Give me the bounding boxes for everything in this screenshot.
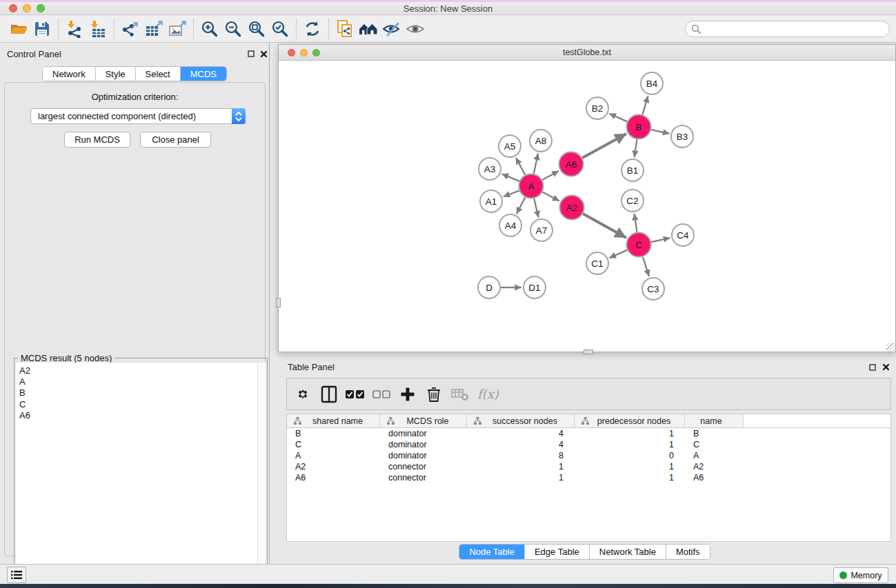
cell-successor-nodes[interactable]: 4 <box>467 439 575 450</box>
cell-successor-nodes[interactable]: 1 <box>467 461 575 472</box>
float-table-panel-icon[interactable] <box>868 363 877 372</box>
delete-table-icon[interactable] <box>450 384 470 405</box>
cell-shared-name[interactable]: C <box>287 439 380 450</box>
minimize-window-button[interactable] <box>23 4 31 12</box>
cell-name[interactable]: B <box>685 428 744 439</box>
graph-node-B4[interactable]: B4 <box>641 72 663 94</box>
graph-edge-A-A5[interactable] <box>516 158 525 175</box>
graph-node-A2[interactable]: A2 <box>560 196 584 220</box>
graph-edge-A-A4[interactable] <box>517 197 526 214</box>
graph-node-A8[interactable]: A8 <box>530 130 552 152</box>
export-image-icon[interactable] <box>166 18 189 40</box>
network-minimize-button[interactable] <box>300 49 308 57</box>
graph-node-A7[interactable]: A7 <box>530 219 552 241</box>
cell-mcds-role[interactable]: dominator <box>380 428 467 439</box>
graph-edge-A6-B[interactable] <box>582 134 626 158</box>
network-canvas[interactable]: AA1A2A3A4A5A6A7A8BB1B2B3B4CC1C2C3C4DD1 <box>279 61 895 352</box>
column-header-mcds-role[interactable]: MCDS role <box>380 414 467 427</box>
graph-node-C2[interactable]: C2 <box>621 190 644 212</box>
graph-edge-B-B3[interactable] <box>651 130 669 134</box>
tab-node-table[interactable]: Node Table <box>459 545 525 559</box>
mcds-result-item[interactable]: A2 <box>16 365 266 376</box>
search-input[interactable] <box>704 24 889 34</box>
cell-mcds-role[interactable]: dominator <box>380 450 467 461</box>
graph-edge-B-B4[interactable] <box>642 96 648 114</box>
run-mcds-button[interactable]: Run MCDS <box>64 132 130 148</box>
cell-mcds-role[interactable]: connector <box>380 472 467 483</box>
cell-predecessor-nodes[interactable]: 1 <box>575 472 685 483</box>
function-builder-icon[interactable]: f(x) <box>477 387 499 401</box>
tab-motifs[interactable]: Motifs <box>666 545 710 559</box>
graph-node-A4[interactable]: A4 <box>499 214 521 236</box>
memory-button[interactable]: Memory <box>833 567 888 583</box>
mcds-result-item[interactable]: C <box>16 399 266 410</box>
graph-edge-C-C4[interactable] <box>651 238 670 242</box>
show-columns-icon[interactable] <box>319 384 339 405</box>
cell-predecessor-nodes[interactable]: 1 <box>575 428 685 439</box>
tab-mcds[interactable]: MCDS <box>181 67 226 81</box>
maximize-window-button[interactable] <box>37 4 45 12</box>
graph-node-C3[interactable]: C3 <box>642 278 664 300</box>
graph-edge-A-A7[interactable] <box>534 199 538 217</box>
column-header-name[interactable]: name <box>685 414 744 427</box>
delete-columns-icon[interactable] <box>424 384 444 405</box>
close-window-button[interactable] <box>9 4 17 12</box>
graph-node-D1[interactable]: D1 <box>524 276 546 298</box>
tab-network-table[interactable]: Network Table <box>590 545 666 559</box>
graph-node-A5[interactable]: A5 <box>499 135 521 157</box>
graph-node-B2[interactable]: B2 <box>586 97 608 119</box>
hide-graphics-details-icon[interactable] <box>380 18 404 40</box>
cell-shared-name[interactable]: B <box>287 428 380 439</box>
import-table-icon[interactable] <box>86 18 110 40</box>
show-desktop-icon[interactable] <box>357 18 380 40</box>
export-table-icon[interactable] <box>142 18 166 40</box>
graph-node-B1[interactable]: B1 <box>621 159 644 181</box>
show-graphics-details-icon[interactable] <box>404 18 427 40</box>
graph-edge-A-A3[interactable] <box>502 174 519 181</box>
graph-node-D[interactable]: D <box>478 276 500 298</box>
network-window-titlebar[interactable]: testGlobe.txt <box>279 45 895 61</box>
cell-shared-name[interactable]: A2 <box>287 461 380 472</box>
zoom-out-icon[interactable] <box>221 18 245 40</box>
graph-node-C[interactable]: C <box>627 233 651 257</box>
graph-node-A3[interactable]: A3 <box>479 158 501 180</box>
criterion-dropdown[interactable]: largest connected component (directed) <box>30 108 246 124</box>
cell-name[interactable]: A2 <box>685 461 744 472</box>
cell-name[interactable]: A6 <box>685 472 744 483</box>
splitpane-handle-left[interactable] <box>276 298 281 307</box>
table-row[interactable]: Adominator80A <box>287 450 890 461</box>
cell-successor-nodes[interactable]: 1 <box>467 472 575 483</box>
tab-network[interactable]: Network <box>43 67 96 81</box>
close-panel-button[interactable]: Close panel <box>140 132 211 148</box>
result-list-scrollbar[interactable] <box>257 363 266 586</box>
export-network-icon[interactable] <box>119 18 142 40</box>
import-network-icon[interactable] <box>63 18 86 40</box>
graph-edge-A-A6[interactable] <box>542 171 559 180</box>
table-row[interactable]: A6connector11A6 <box>287 472 890 483</box>
cell-name[interactable]: C <box>685 439 744 450</box>
close-table-panel-icon[interactable] <box>882 363 890 371</box>
tab-select[interactable]: Select <box>136 67 181 81</box>
save-session-icon[interactable] <box>30 18 54 40</box>
apply-layout-icon[interactable] <box>301 18 324 40</box>
network-maximize-button[interactable] <box>312 49 320 57</box>
column-header-successor-nodes[interactable]: successor nodes <box>467 414 575 427</box>
table-settings-icon[interactable] <box>292 384 313 405</box>
cell-mcds-role[interactable]: connector <box>380 461 467 472</box>
zoom-in-icon[interactable] <box>198 18 221 40</box>
float-panel-icon[interactable] <box>247 50 255 58</box>
tab-style[interactable]: Style <box>96 67 136 81</box>
zoom-fit-icon[interactable] <box>245 18 268 40</box>
graph-edge-B-B1[interactable] <box>635 139 637 157</box>
close-panel-icon[interactable] <box>259 50 268 58</box>
add-column-icon[interactable] <box>397 384 418 405</box>
table-row[interactable]: Bdominator41B <box>287 428 890 439</box>
tab-edge-table[interactable]: Edge Table <box>525 545 590 559</box>
column-header-predecessor-nodes[interactable]: predecessor nodes <box>575 414 685 427</box>
graph-node-B3[interactable]: B3 <box>671 125 693 148</box>
cell-successor-nodes[interactable]: 4 <box>467 428 575 439</box>
graph-node-B[interactable]: B <box>627 115 651 139</box>
mcds-result-item[interactable]: A6 <box>16 410 266 421</box>
splitpane-handle-bottom[interactable] <box>584 349 593 354</box>
cell-mcds-role[interactable]: dominator <box>380 439 467 450</box>
